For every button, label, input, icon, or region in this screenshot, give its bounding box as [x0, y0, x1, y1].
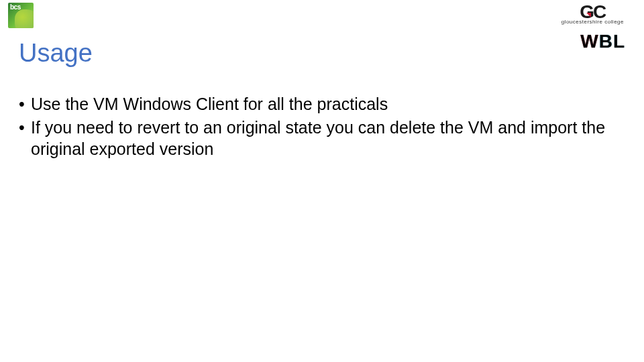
slide-body: Use the VM Windows Client for all the pr…: [19, 94, 625, 162]
slide-title: Usage: [19, 39, 93, 68]
wbl-l-icon: L: [613, 32, 625, 51]
list-item: If you need to revert to an original sta…: [19, 117, 625, 160]
bcs-logo-text: bcs: [10, 3, 21, 11]
gc-logo-mark: GC: [561, 4, 624, 20]
bcs-logo: bcs: [8, 3, 35, 29]
list-item: Use the VM Windows Client for all the pr…: [19, 94, 625, 115]
wbl-w-icon: W: [580, 32, 598, 51]
slide: bcs GC gloucestershire college WBL Usage…: [0, 0, 644, 362]
wbl-b-icon: B: [599, 32, 613, 51]
gc-logo: GC gloucestershire college: [561, 4, 624, 25]
wbl-logo: WBL: [580, 32, 625, 51]
bullet-list: Use the VM Windows Client for all the pr…: [19, 94, 625, 160]
